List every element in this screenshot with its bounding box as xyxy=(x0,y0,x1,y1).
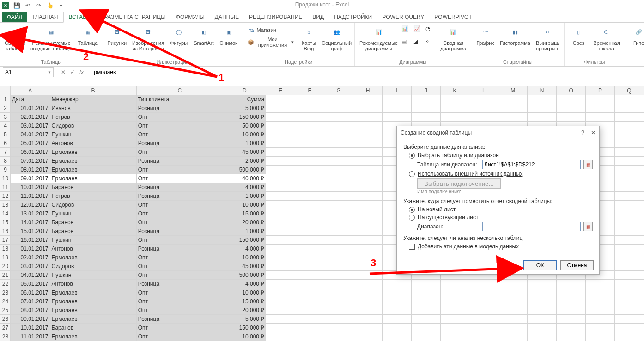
cell-B4[interactable]: Сидоров xyxy=(50,122,136,130)
cell-empty[interactable] xyxy=(295,166,324,174)
cell-empty[interactable] xyxy=(469,95,498,104)
cell-empty[interactable] xyxy=(382,306,411,315)
cell-empty[interactable] xyxy=(586,95,615,104)
touch-mode-icon[interactable]: 👆 xyxy=(46,2,54,9)
fx-icon[interactable]: fx xyxy=(79,69,87,75)
cell-empty[interactable] xyxy=(353,315,383,324)
cell-empty[interactable] xyxy=(266,253,295,262)
cell-D6[interactable]: 1 000 ₽ xyxy=(223,139,266,148)
cell-C19[interactable]: Опт xyxy=(136,253,223,262)
cell-A9[interactable]: 08.01.2017 xyxy=(10,166,50,174)
cell-empty[interactable] xyxy=(353,166,383,174)
cell-A11[interactable]: 10.01.2017 xyxy=(10,183,50,192)
cell-empty[interactable] xyxy=(614,148,644,157)
col-header-J[interactable]: J xyxy=(411,86,440,95)
cell-empty[interactable] xyxy=(324,315,353,324)
cell-empty[interactable] xyxy=(353,306,383,315)
line-chart-icon[interactable]: 📈 xyxy=(413,25,425,37)
cell-empty[interactable] xyxy=(469,113,498,122)
cell-empty[interactable] xyxy=(295,104,324,113)
cell-empty[interactable] xyxy=(411,324,440,332)
cell-B26[interactable]: Ермолаев xyxy=(50,315,136,324)
cell-empty[interactable] xyxy=(382,332,411,341)
cell-empty[interactable] xyxy=(557,315,586,324)
range-ref-button[interactable]: ▦ xyxy=(583,160,593,169)
row-header-9[interactable]: 9 xyxy=(0,166,11,174)
cell-empty[interactable] xyxy=(324,306,353,315)
cell-A5[interactable]: 04.01.2017 xyxy=(10,130,50,139)
cell-B14[interactable]: Пушкин xyxy=(50,209,136,218)
cell-B10[interactable]: Ермолаев xyxy=(50,174,136,183)
cell-D20[interactable]: 45 000 ₽ xyxy=(223,262,266,271)
cell-empty[interactable] xyxy=(295,245,324,253)
cell-C1[interactable]: Тип клиента xyxy=(136,95,223,104)
cell-empty[interactable] xyxy=(295,122,324,130)
cell-empty[interactable] xyxy=(440,104,469,113)
cell-D16[interactable]: 1 000 ₽ xyxy=(223,227,266,236)
cell-A21[interactable]: 04.01.2017 xyxy=(10,271,50,280)
cell-A27[interactable]: 10.01.2017 xyxy=(10,324,50,332)
cell-A8[interactable]: 07.01.2017 xyxy=(10,157,50,166)
shapes-button[interactable]: ◯Фигуры xyxy=(168,24,190,47)
timeline-button[interactable]: ⏲Временная шкала xyxy=(591,24,621,52)
cell-C15[interactable]: Опт xyxy=(136,218,223,227)
col-header-A[interactable]: A xyxy=(10,86,50,95)
cell-empty[interactable] xyxy=(324,245,353,253)
cell-B20[interactable]: Сидоров xyxy=(50,262,136,271)
cell-empty[interactable] xyxy=(324,95,353,104)
cell-empty[interactable] xyxy=(324,113,353,122)
cell-empty[interactable] xyxy=(382,104,411,113)
cell-empty[interactable] xyxy=(411,315,440,324)
cell-B5[interactable]: Пушкин xyxy=(50,130,136,139)
cell-empty[interactable] xyxy=(557,306,586,315)
cell-empty[interactable] xyxy=(353,332,383,341)
slicer-button[interactable]: ▯Срез xyxy=(567,24,589,47)
cell-empty[interactable] xyxy=(295,315,324,324)
cell-empty[interactable] xyxy=(324,174,353,183)
cell-A17[interactable]: 16.01.2017 xyxy=(10,236,50,245)
cell-C28[interactable]: Опт xyxy=(136,332,223,341)
cell-D5[interactable]: 10 000 ₽ xyxy=(223,130,266,139)
cell-C14[interactable]: Опт xyxy=(136,209,223,218)
cell-empty[interactable] xyxy=(469,288,498,297)
cell-C12[interactable]: Розница xyxy=(136,192,223,201)
col-header-N[interactable]: N xyxy=(528,86,557,95)
store-button[interactable]: 🛍Магазин xyxy=(246,25,296,35)
cell-empty[interactable] xyxy=(266,288,295,297)
cell-empty[interactable] xyxy=(614,104,644,113)
recommended-pivot-button[interactable]: ▦Рекомендуемые сводные таблицы xyxy=(29,24,74,52)
cell-A3[interactable]: 02.01.2017 xyxy=(10,113,50,122)
cell-A10[interactable]: 09.01.2017 xyxy=(10,174,50,183)
cell-B7[interactable]: Ермолаев xyxy=(50,148,136,157)
row-header-11[interactable]: 11 xyxy=(0,183,11,192)
cell-empty[interactable] xyxy=(295,148,324,157)
sparkline-winloss-button[interactable]: ▪▫Выигрыш/ проигрыш xyxy=(534,24,561,52)
cell-empty[interactable] xyxy=(266,130,295,139)
cell-empty[interactable] xyxy=(266,209,295,218)
cell-empty[interactable] xyxy=(266,280,295,288)
cell-B23[interactable]: Ермолаев xyxy=(50,288,136,297)
row-header-21[interactable]: 21 xyxy=(0,271,11,280)
cell-C22[interactable]: Розница xyxy=(136,280,223,288)
col-header-I[interactable]: I xyxy=(382,86,411,95)
row-header-25[interactable]: 25 xyxy=(0,306,11,315)
cell-empty[interactable] xyxy=(614,192,644,201)
cell-empty[interactable] xyxy=(324,201,353,209)
cell-empty[interactable] xyxy=(295,209,324,218)
cell-empty[interactable] xyxy=(586,324,615,332)
cell-empty[interactable] xyxy=(295,332,324,341)
cell-empty[interactable] xyxy=(557,324,586,332)
tab-file[interactable]: ФАЙЛ xyxy=(2,12,27,22)
row-header-23[interactable]: 23 xyxy=(0,288,11,297)
cell-D28[interactable]: 10 000 ₽ xyxy=(223,332,266,341)
cell-empty[interactable] xyxy=(324,148,353,157)
cell-empty[interactable] xyxy=(353,148,383,157)
tab-powerquery[interactable]: POWER QUERY xyxy=(377,12,429,22)
cell-empty[interactable] xyxy=(324,157,353,166)
cell-B27[interactable]: Баранов xyxy=(50,324,136,332)
cell-empty[interactable] xyxy=(353,157,383,166)
cell-A4[interactable]: 03.01.2017 xyxy=(10,122,50,130)
cell-empty[interactable] xyxy=(440,288,469,297)
col-header-F[interactable]: F xyxy=(295,86,324,95)
checkbox-data-model[interactable]: Добавить эти данные в модель данных xyxy=(409,243,593,250)
